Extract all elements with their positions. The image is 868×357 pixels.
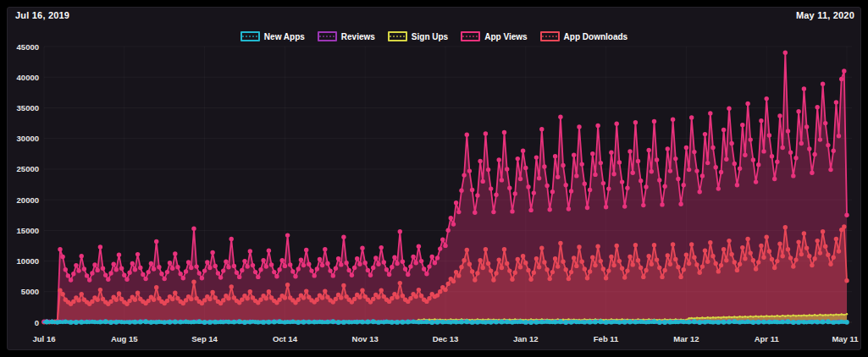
x-tick-label: May 11 bbox=[832, 334, 859, 343]
app-views-point bbox=[352, 266, 357, 270]
sign-ups-point bbox=[811, 315, 813, 316]
app-views-point bbox=[419, 259, 423, 263]
app-views-point bbox=[542, 164, 546, 168]
sign-ups-point bbox=[819, 314, 821, 316]
app-views-point bbox=[229, 237, 234, 241]
app-views-point bbox=[593, 173, 597, 177]
app-views-point bbox=[157, 265, 161, 269]
app-downloads-point bbox=[516, 257, 520, 261]
legend-item-app-downloads[interactable]: App Downloads bbox=[540, 31, 628, 41]
app-views-point bbox=[507, 186, 511, 190]
app-views-point bbox=[583, 182, 587, 186]
app-views-point bbox=[714, 165, 718, 169]
app-downloads-point bbox=[567, 277, 571, 281]
x-tick-label: Sep 14 bbox=[191, 334, 218, 343]
app-views-point bbox=[812, 152, 816, 157]
app-downloads-point bbox=[80, 292, 84, 296]
legend-item-new-apps[interactable]: New Apps bbox=[240, 31, 305, 41]
app-views-point bbox=[828, 168, 832, 172]
app-views-point bbox=[216, 271, 220, 275]
app-downloads-point bbox=[682, 267, 686, 272]
app-downloads-point bbox=[264, 296, 268, 300]
app-views-point bbox=[745, 102, 749, 106]
app-views-point bbox=[793, 156, 798, 160]
app-downloads-point bbox=[246, 296, 250, 300]
app-views-point bbox=[500, 178, 504, 182]
app-views-point bbox=[168, 261, 172, 265]
app-views-point bbox=[837, 134, 841, 138]
app-downloads-point bbox=[724, 258, 728, 262]
sign-ups-point bbox=[816, 315, 818, 316]
app-views-point bbox=[502, 130, 506, 135]
app-downloads-point bbox=[532, 271, 536, 275]
app-views-point bbox=[401, 260, 405, 264]
app-views-point bbox=[788, 151, 793, 155]
app-views-point bbox=[147, 270, 151, 274]
legend-swatch-new-apps bbox=[240, 31, 260, 41]
app-views-point bbox=[804, 124, 809, 129]
app-downloads-point bbox=[812, 256, 816, 261]
sign-ups-point bbox=[789, 315, 791, 316]
app-downloads-point bbox=[152, 298, 156, 302]
legend-swatch-reviews bbox=[318, 31, 337, 41]
app-downloads-point bbox=[470, 269, 474, 273]
app-downloads-point bbox=[684, 253, 688, 257]
app-downloads-point bbox=[334, 297, 338, 301]
app-views-point bbox=[641, 203, 645, 207]
app-downloads-point bbox=[443, 288, 447, 292]
app-downloads-point bbox=[258, 298, 263, 302]
app-views-point bbox=[92, 262, 97, 266]
app-views-point bbox=[473, 211, 477, 215]
sign-ups-point bbox=[726, 316, 727, 318]
sign-ups-point bbox=[710, 317, 711, 319]
app-views-point bbox=[403, 266, 407, 271]
app-downloads-point bbox=[537, 265, 541, 269]
legend: New AppsReviewsSign UpsApp ViewsApp Down… bbox=[0, 31, 868, 41]
app-views-point bbox=[743, 153, 747, 157]
y-tick-label: 45000 bbox=[17, 42, 39, 52]
sign-ups-point bbox=[744, 316, 746, 317]
app-views-point bbox=[574, 173, 578, 178]
app-views-point bbox=[700, 173, 705, 178]
x-tick-label: Feb 11 bbox=[594, 334, 619, 343]
app-views-point bbox=[312, 273, 317, 277]
app-downloads-point bbox=[583, 266, 587, 271]
legend-label-new-apps: New Apps bbox=[264, 32, 305, 41]
app-views-point bbox=[138, 266, 142, 270]
y-tick-label: 35000 bbox=[17, 103, 39, 113]
app-downloads-point bbox=[296, 298, 301, 302]
sign-ups-point bbox=[835, 314, 837, 316]
app-views-point bbox=[558, 115, 562, 119]
app-views-point bbox=[783, 51, 788, 55]
app-downloads-point bbox=[673, 257, 677, 261]
app-views-point bbox=[807, 146, 811, 151]
app-views-point bbox=[323, 247, 327, 251]
app-downloads-point bbox=[647, 254, 651, 258]
legend-item-reviews[interactable]: Reviews bbox=[318, 31, 375, 41]
app-downloads-point bbox=[832, 255, 836, 260]
sign-ups-point bbox=[742, 316, 744, 318]
app-downloads-point bbox=[599, 259, 603, 263]
app-views-point bbox=[395, 261, 399, 266]
app-downloads-point bbox=[823, 244, 827, 249]
app-views-point bbox=[735, 183, 739, 187]
sign-ups-point bbox=[434, 318, 435, 320]
app-views-point bbox=[277, 267, 281, 272]
app-downloads-point bbox=[671, 242, 675, 246]
sign-ups-point bbox=[843, 314, 845, 316]
app-views-point bbox=[639, 178, 643, 183]
app-downloads-point bbox=[703, 249, 707, 253]
app-views-point bbox=[449, 216, 453, 220]
app-views-point bbox=[242, 259, 246, 263]
legend-item-sign-ups[interactable]: Sign Ups bbox=[388, 31, 448, 41]
app-downloads-point bbox=[451, 279, 456, 283]
app-views-point bbox=[293, 274, 297, 278]
app-downloads-point bbox=[595, 244, 600, 249]
legend-item-app-views[interactable]: App Views bbox=[461, 31, 527, 41]
app-downloads-point bbox=[173, 291, 177, 295]
app-downloads-point bbox=[534, 256, 539, 261]
app-views-point bbox=[368, 273, 373, 277]
app-downloads-point bbox=[513, 271, 517, 275]
app-views-point bbox=[315, 266, 319, 271]
app-views-point bbox=[486, 168, 490, 172]
